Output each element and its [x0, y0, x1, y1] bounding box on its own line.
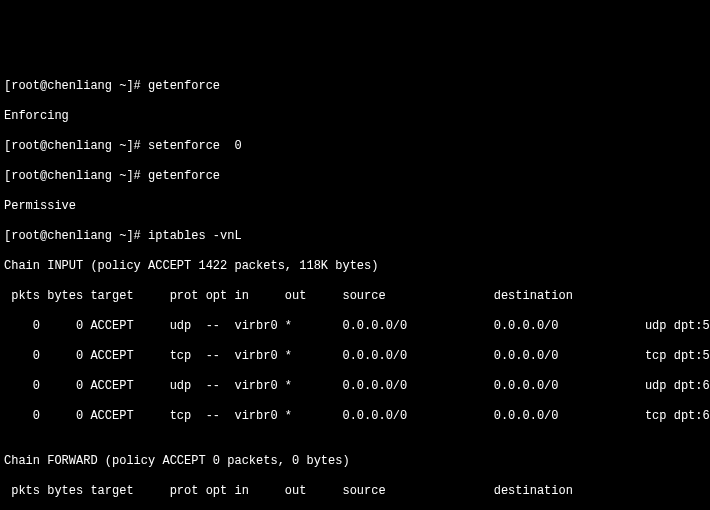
output-line: 0 0 ACCEPT udp -- virbr0 * 0.0.0.0/0 0.0… — [4, 379, 706, 394]
output-line: 0 0 ACCEPT tcp -- virbr0 * 0.0.0.0/0 0.0… — [4, 409, 706, 424]
prompt-line: [root@chenliang ~]# iptables -vnL — [4, 229, 706, 244]
output-line: 0 0 ACCEPT udp -- virbr0 * 0.0.0.0/0 0.0… — [4, 319, 706, 334]
output-line: Permissive — [4, 199, 706, 214]
terminal-window[interactable]: [root@chenliang ~]# getenforce Enforcing… — [4, 64, 706, 510]
output-line: pkts bytes target prot opt in out source… — [4, 289, 706, 304]
output-line: 0 0 ACCEPT tcp -- virbr0 * 0.0.0.0/0 0.0… — [4, 349, 706, 364]
prompt-line: [root@chenliang ~]# getenforce — [4, 169, 706, 184]
prompt-line: [root@chenliang ~]# setenforce 0 — [4, 139, 706, 154]
output-line: Enforcing — [4, 109, 706, 124]
output-line: Chain INPUT (policy ACCEPT 1422 packets,… — [4, 259, 706, 274]
output-line: Chain FORWARD (policy ACCEPT 0 packets, … — [4, 454, 706, 469]
prompt-line: [root@chenliang ~]# getenforce — [4, 79, 706, 94]
output-line: pkts bytes target prot opt in out source… — [4, 484, 706, 499]
